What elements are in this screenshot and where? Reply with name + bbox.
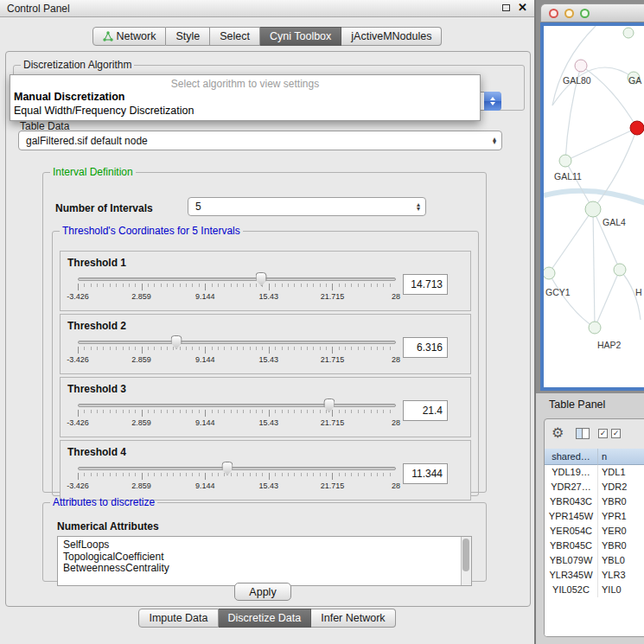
scale-label: 28	[392, 355, 400, 364]
table-row[interactable]: YBR045C YBR0	[545, 539, 644, 553]
column-header-shared-name[interactable]: shared…	[545, 449, 598, 465]
cell-name[interactable]: YIL0	[598, 583, 644, 597]
table-row[interactable]: YPR145W YPR1	[545, 509, 644, 524]
slider-track[interactable]	[78, 404, 396, 407]
table-row[interactable]: YER054C YER0	[545, 524, 644, 539]
network-node[interactable]	[614, 264, 626, 276]
dropdown-option-equal-width[interactable]: Equal Width/Frequency Discretization	[10, 104, 480, 118]
combo-updown-icon: ▴▾	[417, 203, 420, 211]
network-edge[interactable]	[549, 209, 593, 273]
tab-style[interactable]: Style	[166, 27, 210, 46]
table-row[interactable]: YBR043C YBR0	[545, 494, 644, 509]
list-item[interactable]: BetweennessCentrality	[58, 563, 471, 575]
threshold-slider[interactable]: -3.426 2.859 9.144 15.43 21.715 28	[78, 462, 396, 500]
apply-button[interactable]: Apply	[234, 583, 291, 601]
list-item[interactable]: TopologicalCoefficient	[58, 552, 471, 564]
slider-track[interactable]	[78, 277, 396, 281]
cell-shared-name[interactable]: YBL079W	[545, 553, 598, 568]
columns-icon[interactable]	[576, 428, 590, 439]
list-item[interactable]: SelfLoops	[58, 537, 471, 552]
cell-shared-name[interactable]: YBR045C	[545, 539, 598, 553]
cell-shared-name[interactable]: YDL19…	[545, 465, 598, 480]
minimize-traffic-light-icon[interactable]	[564, 9, 574, 18]
network-edge[interactable]	[593, 209, 595, 328]
tab-jactivemodules[interactable]: jActiveMNodules	[341, 27, 442, 46]
cell-shared-name[interactable]: YIL052C	[545, 583, 598, 597]
tab-cyni-toolbox[interactable]: Cyni Toolbox	[260, 27, 341, 46]
control-panel-body: Discretization Algorithm Select algorith…	[5, 51, 531, 607]
scale-label: 2.859	[131, 292, 151, 301]
network-window-titlebar[interactable]	[540, 3, 644, 22]
threshold-value-field[interactable]: 6.316	[403, 337, 448, 358]
deselect-all-check-icon[interactable]: ✓	[611, 429, 621, 438]
control-panel-titlebar[interactable]: Control Panel ✕	[0, 0, 534, 17]
tab-network[interactable]: Network	[92, 27, 167, 46]
slider-track[interactable]	[78, 341, 396, 344]
table-row[interactable]: YDR27… YDR2	[545, 480, 644, 494]
selected-node[interactable]	[630, 121, 644, 135]
num-intervals-combobox[interactable]: 5 ▴▾	[188, 197, 426, 216]
threshold-slider[interactable]: -3.426 2.859 9.144 15.43 21.715 28	[78, 399, 396, 437]
threshold-value-field[interactable]: 21.4	[403, 400, 448, 421]
numerical-attributes-list[interactable]: SelfLoops TopologicalCoefficient Between…	[57, 536, 472, 586]
gear-icon[interactable]: ⚙	[552, 425, 564, 441]
cell-name[interactable]: YBR0	[598, 494, 644, 509]
network-node[interactable]	[585, 201, 601, 217]
close-traffic-light-icon[interactable]	[549, 9, 558, 18]
num-intervals-label: Number of Intervals	[55, 202, 153, 214]
table-row[interactable]: YLR345W YLR3	[545, 568, 644, 583]
table-data-combobox[interactable]: galFiltered.sif default node ▴▾	[18, 131, 502, 150]
table-row[interactable]: YBL079W YBL0	[545, 553, 644, 568]
cell-shared-name[interactable]: YER054C	[545, 524, 598, 539]
close-icon[interactable]: ✕	[518, 1, 527, 14]
cell-name[interactable]: YBL0	[598, 553, 644, 568]
cell-shared-name[interactable]: YBR043C	[545, 494, 598, 509]
slider-track[interactable]	[78, 467, 396, 470]
dropdown-option-manual-discretization[interactable]: Manual Discretization	[10, 90, 480, 104]
combo-arrows-icon[interactable]	[484, 92, 501, 111]
threshold-slider[interactable]: -3.426 2.859 9.144 15.43 21.715 28	[78, 272, 396, 310]
network-node[interactable]	[575, 60, 587, 72]
network-node[interactable]	[589, 322, 601, 334]
tab-impute-data[interactable]: Impute Data	[138, 609, 218, 628]
network-node[interactable]	[623, 28, 634, 38]
network-graph[interactable]: GAL80GAGAL11GAL4GCY1HHAP2	[544, 26, 644, 387]
cell-name[interactable]: YPR1	[598, 509, 644, 524]
tab-select[interactable]: Select	[210, 27, 260, 46]
table-row[interactable]: YDL19… YDL1	[545, 465, 644, 480]
slider-scale: -3.426 2.859 9.144 15.43 21.715 28	[78, 292, 396, 303]
threshold-slider[interactable]: -3.426 2.859 9.144 15.43 21.715 28	[78, 335, 396, 373]
select-all-check-icon[interactable]: ✓	[598, 429, 608, 438]
scale-label: -3.426	[67, 481, 89, 490]
zoom-traffic-light-icon[interactable]	[580, 9, 590, 18]
threshold-label: Threshold 2	[67, 320, 126, 332]
cell-name[interactable]: YBR0	[598, 539, 644, 553]
network-edge[interactable]	[552, 67, 634, 105]
scrollbar-thumb[interactable]	[462, 539, 469, 571]
cell-name[interactable]: YDL1	[598, 465, 644, 480]
cell-shared-name[interactable]: YPR145W	[545, 509, 598, 524]
cell-shared-name[interactable]: YLR345W	[545, 568, 598, 583]
node-label: H	[635, 287, 642, 297]
column-header-name[interactable]: n	[598, 449, 644, 465]
cell-shared-name[interactable]: YDR27…	[545, 480, 598, 494]
table-row[interactable]: YIL052C YIL0	[545, 583, 644, 597]
cell-name[interactable]: YDR2	[598, 480, 644, 494]
scale-label: 2.859	[131, 481, 151, 490]
cell-name[interactable]: YLR3	[598, 568, 644, 583]
threshold-value-field[interactable]: 11.344	[403, 463, 448, 484]
tab-discretize-data[interactable]: Discretize Data	[219, 609, 312, 628]
list-scrollbar[interactable]	[461, 537, 471, 585]
network-node[interactable]	[559, 155, 571, 167]
network-node[interactable]	[544, 267, 555, 279]
network-canvas[interactable]: GAL80GAGAL11GAL4GCY1HHAP2	[540, 22, 644, 391]
cell-name[interactable]: YER0	[598, 524, 644, 539]
threshold-value-field[interactable]: 14.713	[403, 274, 448, 295]
network-edge[interactable]	[595, 270, 620, 328]
network-edge[interactable]	[549, 273, 595, 328]
float-window-icon[interactable]	[502, 4, 510, 11]
network-edge[interactable]	[565, 161, 593, 209]
node-label: HAP2	[597, 340, 622, 350]
tab-infer-network[interactable]: Infer Network	[311, 609, 395, 628]
tab-label: Cyni Toolbox	[270, 27, 331, 46]
